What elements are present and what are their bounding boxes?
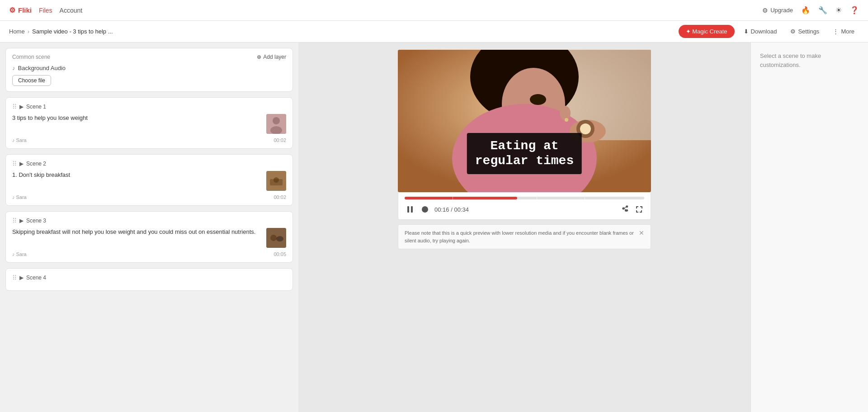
scene-2-footer: ♪ Sara 00:02 bbox=[12, 194, 286, 200]
drag-handle-icon[interactable]: ⠿ bbox=[12, 103, 17, 110]
video-preview: Eating at regular times bbox=[398, 50, 651, 192]
notice-text: Please note that this is a quick preview… bbox=[405, 229, 634, 244]
more-label: More bbox=[841, 28, 854, 35]
scene-4-card[interactable]: ⠿ ▶ Scene 4 bbox=[5, 268, 293, 291]
controls-row: 00:16 / 00:34 bbox=[405, 204, 644, 215]
controls-right bbox=[620, 204, 644, 214]
video-overlay-line2: regular times bbox=[475, 153, 574, 169]
scene-1-author: ♪ Sara bbox=[12, 137, 27, 143]
theme-icon-button[interactable]: ☀ bbox=[835, 6, 842, 14]
video-controls: 00:16 / 00:34 bbox=[398, 192, 651, 220]
add-layer-icon: ⊕ bbox=[257, 54, 261, 60]
more-button[interactable]: ⋮ More bbox=[828, 25, 859, 38]
scene-1-text: 3 tips to help you lose weight bbox=[12, 114, 262, 122]
right-panel-hint: Select a scene to make customizations. bbox=[760, 52, 859, 69]
breadcrumb-separator: › bbox=[28, 28, 29, 35]
breadcrumb: Home › Sample video - 3 tips to help ... bbox=[9, 28, 113, 35]
total-time: 00:34 bbox=[454, 206, 469, 213]
svg-point-5 bbox=[274, 177, 279, 183]
scene-2-text: 1. Don't skip breakfast bbox=[12, 171, 262, 179]
top-navigation: ⚙ Fliki Files Account ⚙ Upgrade 🔥 🔧 ☀ ❓ bbox=[0, 0, 868, 21]
fire-icon-button[interactable]: 🔥 bbox=[801, 6, 810, 14]
sun-icon: ☀ bbox=[835, 6, 842, 14]
topnav-right: ⚙ Upgrade 🔥 🔧 ☀ ❓ bbox=[762, 6, 859, 14]
right-panel: Select a scene to make customizations. bbox=[750, 43, 868, 412]
scene-4-header: ⠿ ▶ Scene 4 bbox=[12, 274, 286, 281]
drag-handle-icon-3[interactable]: ⠿ bbox=[12, 217, 17, 224]
topnav-left: ⚙ Fliki Files Account bbox=[9, 6, 82, 14]
magic-create-button[interactable]: ✦ Magic Create bbox=[679, 25, 735, 38]
files-nav-link[interactable]: Files bbox=[39, 7, 52, 14]
drag-handle-icon-4[interactable]: ⠿ bbox=[12, 274, 17, 281]
scene-1-time: 00:02 bbox=[274, 137, 286, 143]
fullscreen-button[interactable] bbox=[634, 204, 644, 214]
scene-2-time: 00:02 bbox=[274, 194, 286, 200]
background-audio-label: Background Audio bbox=[18, 65, 66, 71]
choose-file-button[interactable]: Choose file bbox=[12, 75, 51, 86]
breadcrumb-current: Sample video - 3 tips to help ... bbox=[32, 28, 113, 35]
tools-icon-button[interactable]: 🔧 bbox=[818, 6, 827, 14]
upgrade-gear-icon: ⚙ bbox=[762, 7, 768, 14]
pin-icon-3: ♪ bbox=[12, 251, 15, 257]
common-scene-title: Common scene bbox=[12, 54, 50, 60]
logo-text: Fliki bbox=[18, 6, 32, 14]
breadcrumb-home[interactable]: Home bbox=[9, 28, 25, 35]
scene-2-card[interactable]: ⠿ ▶ Scene 2 1. Don't skip breakfast ♪ Sa bbox=[5, 154, 293, 206]
scene-2-thumbnail bbox=[266, 171, 286, 191]
svg-point-7 bbox=[270, 235, 277, 241]
pin-icon: ♪ bbox=[12, 137, 15, 143]
left-panel: Common scene ⊕ Add layer ♪ Background Au… bbox=[0, 43, 298, 412]
svg-point-1 bbox=[273, 117, 280, 124]
video-overlay-line1: Eating at bbox=[475, 138, 574, 154]
download-label: Download bbox=[751, 28, 777, 35]
add-layer-button[interactable]: ⊕ Add layer bbox=[257, 54, 286, 60]
segment-marker-3 bbox=[585, 197, 585, 199]
drag-handle-icon-2[interactable]: ⠿ bbox=[12, 160, 17, 167]
help-icon-button[interactable]: ❓ bbox=[850, 6, 859, 14]
scene-3-header: ⠿ ▶ Scene 3 bbox=[12, 217, 286, 224]
breadcrumb-actions: ✦ Magic Create ⬇ Download ⚙ Settings ⋮ M… bbox=[679, 25, 859, 38]
controls-left: 00:16 / 00:34 bbox=[405, 204, 469, 215]
add-layer-label: Add layer bbox=[263, 54, 286, 60]
scene-3-play-icon: ▶ bbox=[19, 218, 24, 224]
scene-3-content: Skipping breakfast will not help you los… bbox=[12, 228, 286, 248]
main-layout: Common scene ⊕ Add layer ♪ Background Au… bbox=[0, 43, 868, 412]
scene-3-time: 00:05 bbox=[274, 251, 286, 257]
scene-3-author: ♪ Sara bbox=[12, 251, 27, 257]
wrench-icon: 🔧 bbox=[818, 6, 827, 14]
breadcrumb-bar: Home › Sample video - 3 tips to help ...… bbox=[0, 21, 868, 43]
account-nav-link[interactable]: Account bbox=[60, 7, 83, 14]
time-display: 00:16 / 00:34 bbox=[434, 206, 469, 213]
scene-1-card[interactable]: ⠿ ▶ Scene 1 3 tips to help you lose weig… bbox=[5, 97, 293, 149]
scene-2-thumb-svg bbox=[266, 171, 286, 191]
notice-close-button[interactable]: ✕ bbox=[639, 229, 644, 237]
video-text-overlay: Eating at regular times bbox=[467, 133, 582, 174]
replay-button[interactable] bbox=[420, 204, 430, 214]
scene-1-thumbnail bbox=[266, 114, 286, 134]
svg-point-17 bbox=[580, 123, 591, 134]
app-logo[interactable]: ⚙ Fliki bbox=[9, 6, 32, 14]
scene-play-icon: ▶ bbox=[19, 104, 24, 110]
scene-2-name: Scene 2 bbox=[26, 161, 46, 167]
settings-label: Settings bbox=[798, 28, 819, 35]
pin-icon-2: ♪ bbox=[12, 194, 15, 200]
upgrade-button[interactable]: ⚙ Upgrade bbox=[762, 7, 793, 14]
fullscreen-icon bbox=[635, 205, 643, 213]
gear-icon: ⚙ bbox=[9, 6, 15, 14]
scene-1-footer: ♪ Sara 00:02 bbox=[12, 137, 286, 143]
music-icon: ♪ bbox=[12, 65, 15, 71]
pause-button[interactable] bbox=[405, 204, 415, 215]
progress-fill bbox=[405, 197, 517, 199]
scene-3-thumbnail bbox=[266, 228, 286, 248]
scene-4-name: Scene 4 bbox=[26, 275, 46, 281]
share-button[interactable] bbox=[620, 204, 630, 214]
progress-bar[interactable] bbox=[405, 197, 644, 199]
scene-3-thumb-svg bbox=[266, 228, 286, 248]
scene-1-thumb-svg bbox=[266, 114, 286, 134]
scene-1-header: ⠿ ▶ Scene 1 bbox=[12, 103, 286, 110]
scene-2-play-icon: ▶ bbox=[19, 161, 24, 167]
settings-button[interactable]: ⚙ Settings bbox=[786, 25, 824, 38]
scene-3-card[interactable]: ⠿ ▶ Scene 3 Skipping breakfast will not … bbox=[5, 211, 293, 263]
svg-point-19 bbox=[565, 118, 568, 122]
download-button[interactable]: ⬇ Download bbox=[739, 25, 782, 38]
